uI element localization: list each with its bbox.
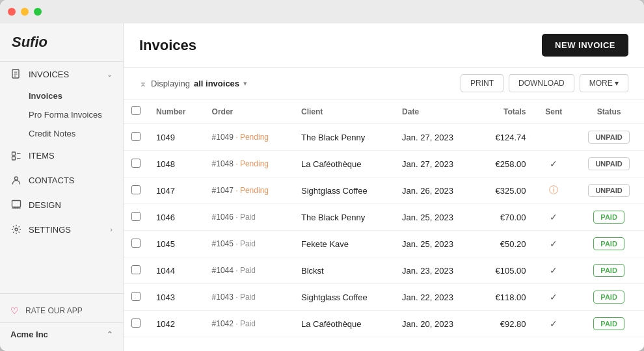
close-dot[interactable] (8, 8, 16, 16)
row-number[interactable]: 1044 (148, 257, 204, 284)
status-badge: PAID (593, 237, 624, 250)
row-totals: €92.80 (477, 311, 534, 337)
sidebar: Sufio INVOICES ⌄ Invoices (0, 23, 124, 351)
checkmark-icon: ✓ (550, 265, 557, 276)
new-invoice-button[interactable]: NEW INVOICE (542, 34, 628, 57)
heart-icon: ♡ (10, 306, 19, 316)
rate-app-label: RATE OUR APP (25, 306, 83, 315)
maximize-dot[interactable] (34, 8, 42, 16)
nav-item-settings[interactable]: SETTINGS › (0, 217, 123, 242)
filter-dropdown-icon[interactable]: ▾ (243, 79, 247, 88)
row-number[interactable]: 1049 (148, 124, 204, 151)
row-number[interactable]: 1045 (148, 231, 204, 257)
select-all-checkbox[interactable] (131, 106, 141, 115)
row-totals: €124.74 (477, 124, 534, 151)
checkmark-icon: ✓ (550, 159, 557, 169)
titlebar (0, 0, 644, 23)
row-number[interactable]: 1048 (148, 151, 204, 177)
filter-bold-text[interactable]: all invoices (194, 79, 239, 88)
svg-point-8 (15, 177, 18, 180)
row-client[interactable]: La Caféothèque (293, 311, 394, 337)
svg-rect-5 (12, 157, 16, 160)
more-button[interactable]: MORE ▾ (580, 74, 628, 92)
row-client[interactable]: The Black Penny (293, 204, 394, 231)
row-status: UNPAID (574, 151, 644, 177)
checkmark-icon: ✓ (550, 318, 557, 329)
row-checkbox[interactable] (131, 239, 141, 248)
row-totals: €258.00 (477, 151, 534, 177)
sidebar-item-invoices[interactable]: Invoices (0, 86, 123, 105)
row-sent: ✓ (533, 284, 574, 311)
row-order[interactable]: #1042 · Paid (204, 311, 293, 337)
status-badge: PAID (593, 291, 624, 304)
checkmark-icon: ✓ (550, 292, 557, 302)
nav-label-design: DESIGN (29, 200, 113, 210)
row-date: Jan. 20, 2023 (394, 311, 477, 337)
filter-prefix: Displaying (151, 79, 190, 88)
row-number[interactable]: 1042 (148, 311, 204, 337)
rate-app-item[interactable]: ♡ RATE OUR APP (0, 299, 123, 322)
main-content: Invoices NEW INVOICE ⌅ Displaying all in… (124, 23, 644, 351)
table-row: 1048#1048 · PendingLa CaféothèqueJan. 27… (124, 151, 644, 177)
row-checkbox[interactable] (131, 265, 141, 274)
nav-item-contacts[interactable]: CONTACTS (0, 168, 123, 192)
print-button[interactable]: PRINT (461, 74, 503, 92)
row-order[interactable]: #1047 · Pending (204, 177, 293, 204)
row-order[interactable]: #1044 · Paid (204, 257, 293, 284)
row-checkbox[interactable] (131, 212, 141, 221)
row-number[interactable]: 1046 (148, 204, 204, 231)
row-order[interactable]: #1046 · Paid (204, 204, 293, 231)
row-client[interactable]: La Caféothèque (293, 151, 394, 177)
row-order[interactable]: #1048 · Pending (204, 151, 293, 177)
row-number[interactable]: 1043 (148, 284, 204, 311)
chevron-down-icon: ⌄ (107, 70, 113, 79)
nav-item-invoices[interactable]: INVOICES ⌄ (0, 62, 123, 86)
invoice-icon (10, 68, 22, 80)
sidebar-item-pro-forma[interactable]: Pro Forma Invoices (0, 105, 123, 124)
company-name: Acme Inc (10, 330, 100, 339)
design-icon (10, 199, 22, 211)
table-row: 1044#1044 · PaidBlckstJan. 23, 2023€105.… (124, 257, 644, 284)
company-item[interactable]: Acme Inc ⌃ (0, 322, 123, 346)
svg-rect-9 (12, 201, 21, 207)
row-client[interactable]: Blckst (293, 257, 394, 284)
row-checkbox[interactable] (131, 185, 141, 194)
row-client[interactable]: Sightglass Coffee (293, 177, 394, 204)
row-sent: ✓ (533, 257, 574, 284)
row-checkbox[interactable] (131, 318, 141, 328)
row-date: Jan. 27, 2023 (394, 151, 477, 177)
row-sent: ✓ (533, 151, 574, 177)
table-row: 1047#1047 · PendingSightglass CoffeeJan.… (124, 177, 644, 204)
invoice-table-container: Number Order Client Date Totals Sent Sta… (124, 99, 644, 351)
row-order[interactable]: #1045 · Paid (204, 231, 293, 257)
row-client[interactable]: The Black Penny (293, 124, 394, 151)
nav-item-items[interactable]: ITEMS (0, 143, 123, 168)
svg-point-13 (15, 228, 18, 231)
row-checkbox[interactable] (131, 159, 141, 168)
row-checkbox-cell (124, 284, 148, 311)
row-checkbox[interactable] (131, 292, 141, 301)
row-status: PAID (574, 257, 644, 284)
row-order[interactable]: #1049 · Pending (204, 124, 293, 151)
row-client[interactable]: Fekete Kave (293, 231, 394, 257)
download-button[interactable]: DOWNLOAD (509, 74, 574, 92)
table-row: 1043#1043 · PaidSightglass CoffeeJan. 22… (124, 284, 644, 311)
row-date: Jan. 26, 2023 (394, 177, 477, 204)
row-totals: €118.00 (477, 284, 534, 311)
sidebar-item-credit-notes[interactable]: Credit Notes (0, 124, 123, 143)
row-status: PAID (574, 311, 644, 337)
status-badge: UNPAID (588, 184, 629, 197)
row-order[interactable]: #1043 · Paid (204, 284, 293, 311)
minimize-dot[interactable] (21, 8, 29, 16)
row-number[interactable]: 1047 (148, 177, 204, 204)
row-totals: €325.00 (477, 177, 534, 204)
row-checkbox-cell (124, 177, 148, 204)
nav-item-design[interactable]: DESIGN (0, 192, 123, 217)
main-header: Invoices NEW INVOICE (124, 23, 644, 68)
row-client[interactable]: Sightglass Coffee (293, 284, 394, 311)
nav-section: INVOICES ⌄ Invoices Pro Forma Invoices C… (0, 62, 123, 293)
table-row: 1042#1042 · PaidLa CaféothèqueJan. 20, 2… (124, 311, 644, 337)
row-sent (533, 124, 574, 151)
row-checkbox[interactable] (131, 132, 141, 141)
status-badge: PAID (593, 211, 624, 224)
